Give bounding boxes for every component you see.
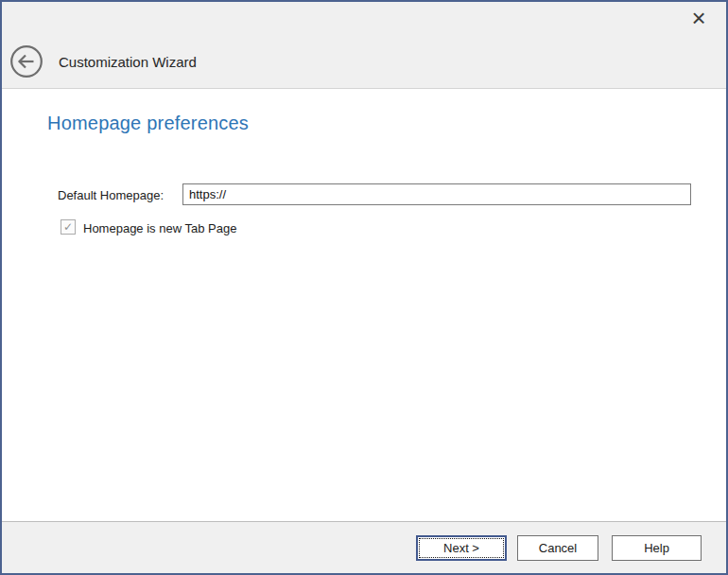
back-button[interactable] <box>9 44 43 78</box>
homepage-newtab-checkbox[interactable]: ✓ <box>61 219 76 235</box>
close-button[interactable]: × <box>685 5 712 31</box>
wizard-dialog: × Customization Wizard Homepage preferen… <box>0 0 728 575</box>
close-icon: × <box>691 6 705 30</box>
next-button[interactable]: Next > <box>416 535 507 561</box>
wizard-header: × Customization Wizard <box>0 0 728 89</box>
checkmark-icon: ✓ <box>63 221 73 233</box>
page-title: Homepage preferences <box>47 113 249 134</box>
wizard-title: Customization Wizard <box>59 44 197 78</box>
homepage-input[interactable] <box>182 183 691 205</box>
homepage-newtab-checkbox-label: Homepage is new Tab Page <box>83 221 236 235</box>
help-button[interactable]: Help <box>612 535 702 561</box>
back-arrow-icon <box>9 65 43 81</box>
cancel-button[interactable]: Cancel <box>517 535 598 561</box>
homepage-field-label: Default Homepage: <box>58 188 164 202</box>
